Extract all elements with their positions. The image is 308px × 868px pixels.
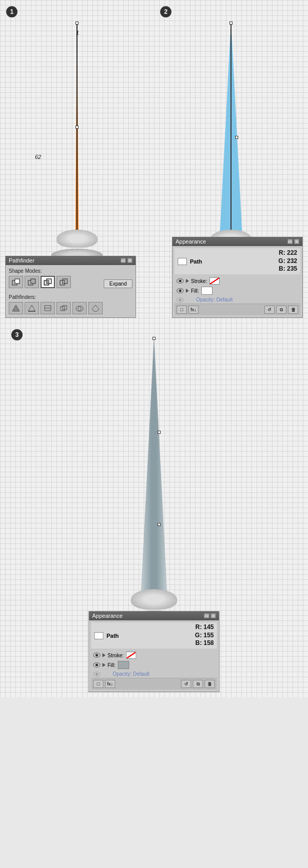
pf-icon-2 [27, 304, 36, 312]
fill-arrow-2[interactable] [103, 663, 106, 667]
pf-btn-3[interactable] [41, 302, 55, 314]
fill-row-1: Fill: [175, 286, 300, 296]
mode-buttons [9, 276, 71, 288]
path-label-1: Path [190, 258, 202, 265]
unite-btn[interactable] [9, 276, 23, 288]
unite-icon [11, 278, 21, 286]
pf-icon-5 [75, 304, 84, 312]
stroke-eye-icon-1[interactable] [177, 278, 184, 284]
path-label-2: Path [107, 633, 119, 639]
appearance-titlebar-1: Appearance << X [172, 237, 302, 246]
opacity-row-2: Opacity: Default [91, 670, 217, 678]
gray-tower [136, 338, 172, 595]
svg-marker-10 [12, 305, 20, 311]
new-item-btn-2[interactable]: □ [93, 680, 104, 688]
stroke-eye-icon-2[interactable] [93, 653, 101, 658]
appearance-footer-1: □ fx↓ ↺ ⧉ 🗑 [175, 304, 300, 315]
fill-row-2: Fill: [91, 660, 217, 670]
new-item-btn-1[interactable]: □ [177, 306, 187, 314]
menu-btn[interactable]: ≡ [127, 258, 132, 263]
appearance-collapse-btn-1[interactable]: << [287, 239, 293, 244]
opacity-eye-1[interactable] [177, 297, 184, 302]
rgb-g-2: G: 155 [195, 632, 214, 640]
path-row-2: Path R: 145 G: 155 B: 158 [91, 622, 217, 649]
appearance-menu-btn-2[interactable]: X [211, 613, 216, 618]
pf-icon-1 [11, 304, 21, 312]
opacity-eye-2[interactable] [93, 672, 101, 677]
appearance-content-2: Path R: 145 G: 155 B: 158 Stroke: [89, 620, 219, 692]
step-number-3: 3 [11, 329, 23, 340]
gray-anchor-mid-r [158, 431, 161, 434]
panel-1: 1 1 62 [0, 0, 154, 318]
rgb-g-1: G: 232 [278, 257, 297, 266]
copy-btn-1[interactable]: ⧉ [276, 306, 286, 314]
gray-anchor-top [152, 337, 156, 340]
pf-icon-6 [91, 304, 100, 312]
expand-button[interactable]: Expand [104, 279, 132, 288]
pf-btn-4[interactable] [56, 302, 71, 314]
appearance-title-1: Appearance [176, 238, 206, 245]
intersect-btn[interactable] [41, 276, 55, 288]
path-swatch-2 [94, 632, 104, 639]
stroke-label-1: Stroke: [191, 278, 207, 284]
stroke-arrow-2[interactable] [103, 653, 106, 657]
collapse-btn[interactable]: << [121, 258, 126, 263]
rgb-b-2: B: 158 [195, 639, 214, 648]
pathfinder-titlebar: Pathfinder << ≡ [6, 256, 136, 265]
stroke-arrow-1[interactable] [186, 279, 189, 283]
appearance-footer-2: □ fx↓ ↺ ⧉ 🗑 [91, 678, 217, 690]
appearance-title-2: Appearance [92, 613, 123, 619]
appearance-collapse-btn-2[interactable]: << [204, 613, 209, 618]
fill-eye-icon-1[interactable] [177, 288, 184, 293]
orange-tower [72, 23, 82, 238]
fill-swatch-2[interactable] [118, 661, 129, 669]
trash-btn-1[interactable]: 🗑 [288, 306, 298, 314]
rgb-values-1: R: 222 G: 232 B: 235 [278, 249, 297, 273]
fx-btn-2[interactable]: fx↓ [105, 680, 116, 688]
pf-icon-3 [43, 304, 52, 312]
opacity-row-1: Opacity: Default [175, 296, 300, 304]
fill-arrow-1[interactable] [186, 289, 189, 293]
shape-modes-row: Expand [9, 276, 132, 291]
opacity-text-1: Opacity: Default [196, 297, 233, 302]
stroke-swatch-1[interactable] [209, 277, 220, 285]
pf-btn-1[interactable] [9, 302, 23, 314]
appearance-menu-btn-1[interactable]: X [294, 239, 299, 244]
fill-swatch-1[interactable] [201, 287, 213, 295]
stroke-swatch-2[interactable] [126, 652, 136, 659]
rgb-r-1: R: 222 [278, 249, 297, 257]
stroke-row-2: Stroke: [91, 651, 217, 660]
gray-tower-svg [136, 338, 172, 595]
anchor-top [75, 22, 79, 25]
intersect-icon [43, 278, 52, 286]
stroke-row-1: Stroke: [175, 276, 300, 286]
fill-label-1: Fill: [191, 288, 199, 294]
delete-btn-2[interactable]: ↺ [181, 680, 191, 688]
pf-btn-6[interactable] [88, 302, 103, 314]
opacity-text-2: Opacity: Default [113, 671, 149, 677]
blue-anchor-top [229, 22, 233, 25]
blue-anchor-mid-r [235, 136, 238, 139]
trash-btn-2[interactable]: 🗑 [205, 680, 215, 688]
pf-btn-5[interactable] [72, 302, 87, 314]
svg-rect-7 [47, 280, 49, 284]
shape-modes-label: Shape Modes: [9, 268, 132, 274]
pathfinders-label: Pathfinders: [9, 294, 132, 300]
copy-btn-2[interactable]: ⧉ [193, 680, 203, 688]
appearance-titlebar-2: Appearance << X [89, 611, 219, 620]
minus-btn[interactable] [25, 276, 39, 288]
tower-center-line [76, 23, 78, 238]
pf-btn-2[interactable] [25, 302, 39, 314]
svg-marker-19 [92, 305, 99, 311]
appearance-controls-2: << X [204, 613, 216, 618]
step-number-1: 1 [6, 6, 17, 17]
fill-eye-icon-2[interactable] [93, 662, 101, 668]
exclude-icon [59, 278, 68, 286]
top-row: 1 1 62 [0, 0, 308, 318]
exclude-btn[interactable] [56, 276, 71, 288]
fill-label-2: Fill: [108, 662, 116, 668]
pathfinder-title: Pathfinder [9, 257, 34, 264]
delete-btn-1[interactable]: ↺ [264, 306, 275, 314]
step-number-2: 2 [160, 6, 171, 17]
fx-btn-1[interactable]: fx↓ [188, 306, 199, 314]
